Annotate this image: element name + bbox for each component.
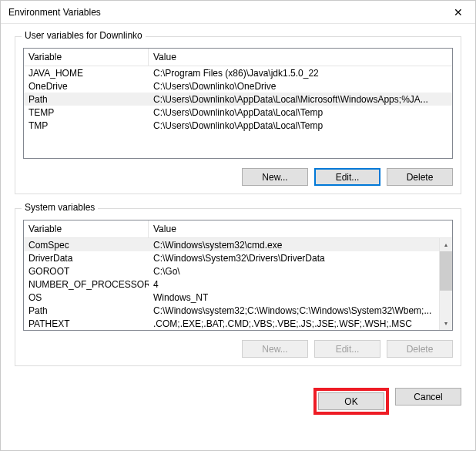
ok-highlight-box: OK [313, 388, 389, 415]
variable-value: .COM;.EXE;.BAT;.CMD;.VBS;.VBE;.JS;.JSE;.… [149, 318, 439, 329]
user-delete-button[interactable]: Delete [387, 168, 453, 186]
cancel-button[interactable]: Cancel [395, 388, 461, 406]
user-variables-list[interactable]: Variable Value JAVA_HOMEC:\Program Files… [23, 48, 453, 159]
variable-name: GOROOT [24, 266, 149, 277]
table-row[interactable]: TMPC:\Users\Downlinko\AppData\Local\Temp [24, 119, 452, 132]
scroll-track[interactable] [440, 251, 452, 317]
system-variables-group: System variables Variable Value ComSpecC… [15, 208, 461, 366]
variable-name: PATHEXT [24, 318, 149, 329]
close-button[interactable]: ✕ [441, 1, 475, 24]
variable-name: OneDrive [24, 81, 149, 92]
variable-value: C:\Windows\system32\cmd.exe [149, 240, 439, 251]
col-variable[interactable]: Variable [24, 49, 149, 66]
variable-name: Path [24, 94, 149, 105]
close-icon: ✕ [454, 6, 463, 19]
scroll-up-icon[interactable]: ▴ [440, 238, 452, 251]
scroll-thumb[interactable] [440, 251, 452, 291]
list-header: Variable Value [24, 49, 452, 66]
variable-value: C:\Users\Downlinko\AppData\Local\Microso… [149, 94, 452, 105]
variable-value: C:\Users\Downlinko\OneDrive [149, 81, 452, 92]
variable-value: C:\Users\Downlinko\AppData\Local\Temp [149, 120, 452, 131]
user-edit-button[interactable]: Edit... [314, 168, 380, 186]
user-buttons-row: New... Edit... Delete [23, 168, 453, 186]
table-row[interactable]: PathC:\Windows\system32;C:\Windows;C:\Wi… [24, 304, 439, 317]
variable-name: DriverData [24, 253, 149, 264]
table-row[interactable]: PATHEXT.COM;.EXE;.BAT;.CMD;.VBS;.VBE;.JS… [24, 317, 439, 330]
system-new-button[interactable]: New... [242, 340, 308, 358]
table-row[interactable]: PathC:\Users\Downlinko\AppData\Local\Mic… [24, 93, 452, 106]
table-row[interactable]: ComSpecC:\Windows\system32\cmd.exe [24, 238, 439, 251]
variable-value: C:\Users\Downlinko\AppData\Local\Temp [149, 107, 452, 118]
variable-value: C:\Go\ [149, 266, 439, 277]
system-group-label: System variables [22, 202, 98, 213]
variable-name: ComSpec [24, 240, 149, 251]
dialog-content: User variables for Downlinko Variable Va… [1, 24, 475, 388]
user-new-button[interactable]: New... [242, 168, 308, 186]
variable-value: 4 [149, 279, 439, 290]
system-delete-button[interactable]: Delete [387, 340, 453, 358]
titlebar: Environment Variables ✕ [1, 1, 475, 24]
scroll-down-icon[interactable]: ▾ [440, 317, 452, 330]
variable-name: JAVA_HOME [24, 68, 149, 79]
system-variables-list[interactable]: Variable Value ComSpecC:\Windows\system3… [23, 220, 453, 331]
variable-name: NUMBER_OF_PROCESSORS [24, 279, 149, 290]
system-buttons-row: New... Edit... Delete [23, 340, 453, 358]
col-value[interactable]: Value [149, 49, 452, 66]
table-row[interactable]: OneDriveC:\Users\Downlinko\OneDrive [24, 79, 452, 93]
table-row[interactable]: DriverDataC:\Windows\System32\Drivers\Dr… [24, 251, 439, 264]
user-group-label: User variables for Downlinko [22, 30, 146, 41]
variable-value: C:\Windows\System32\Drivers\DriverData [149, 253, 439, 264]
table-row[interactable]: GOROOTC:\Go\ [24, 264, 439, 278]
table-row[interactable]: JAVA_HOMEC:\Program Files (x86)\Java\jdk… [24, 66, 452, 79]
table-row[interactable]: OSWindows_NT [24, 291, 439, 304]
variable-value: Windows_NT [149, 292, 439, 303]
ok-button[interactable]: OK [318, 392, 384, 410]
col-value[interactable]: Value [149, 220, 439, 237]
list-header: Variable Value [24, 220, 452, 238]
col-variable[interactable]: Variable [24, 220, 149, 237]
dialog-footer: OK Cancel [1, 388, 475, 426]
table-row[interactable]: NUMBER_OF_PROCESSORS4 [24, 278, 439, 291]
variable-name: TEMP [24, 107, 149, 118]
vertical-scrollbar[interactable]: ▴ ▾ [439, 238, 452, 330]
variable-name: TMP [24, 120, 149, 131]
variable-value: C:\Program Files (x86)\Java\jdk1.5.0_22 [149, 68, 452, 79]
user-variables-group: User variables for Downlinko Variable Va… [15, 36, 461, 194]
table-row[interactable]: TEMPC:\Users\Downlinko\AppData\Local\Tem… [24, 106, 452, 119]
system-edit-button[interactable]: Edit... [314, 340, 380, 358]
variable-name: Path [24, 305, 149, 316]
window-title: Environment Variables [8, 7, 101, 18]
variable-name: OS [24, 292, 149, 303]
variable-value: C:\Windows\system32;C:\Windows;C:\Window… [149, 305, 439, 316]
